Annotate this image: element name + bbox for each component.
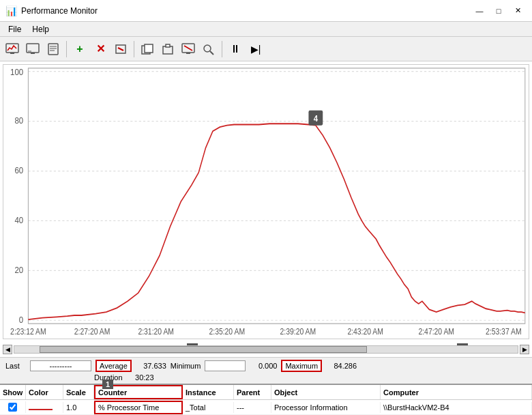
- svg-line-10: [118, 48, 123, 51]
- scrollbar-thumb[interactable]: [40, 346, 367, 353]
- delete-counter-btn[interactable]: ✕: [91, 40, 110, 59]
- average-label-highlight: Average: [95, 360, 132, 372]
- row-checkbox[interactable]: [8, 403, 17, 412]
- svg-text:2:47:20 AM: 2:47:20 AM: [418, 327, 454, 336]
- monitor-icon: [5, 43, 19, 55]
- col-header-object: Object: [271, 385, 381, 399]
- svg-text:60: 60: [14, 165, 23, 175]
- maximize-button[interactable]: □: [490, 4, 507, 18]
- average-value: 37.633: [136, 362, 166, 370]
- clear-display-btn[interactable]: [179, 40, 198, 59]
- row-object: Processor Information: [271, 402, 381, 413]
- counter-badge: 1: [102, 380, 113, 389]
- row-counter: % Processor Time: [94, 401, 183, 414]
- svg-text:2:23:12 AM: 2:23:12 AM: [10, 327, 46, 336]
- sep2: [134, 41, 134, 57]
- report-icon: [46, 43, 60, 55]
- svg-rect-5: [48, 44, 58, 55]
- copy-icon: [141, 43, 154, 55]
- col-header-scale: Scale: [63, 385, 94, 399]
- svg-text:2:31:20 AM: 2:31:20 AM: [138, 327, 174, 336]
- data-table: Show Color Scale Counter 1 Instance Pare…: [0, 384, 532, 415]
- svg-text:2:35:20 AM: 2:35:20 AM: [209, 327, 245, 336]
- pause-btn[interactable]: ⏸: [226, 40, 245, 59]
- svg-text:4: 4: [314, 113, 318, 124]
- svg-text:40: 40: [14, 215, 23, 225]
- row-parent: ---: [234, 402, 271, 413]
- monitor-icon-btn[interactable]: [3, 40, 22, 59]
- svg-rect-14: [166, 44, 170, 47]
- table-header: Show Color Scale Counter 1 Instance Pare…: [0, 385, 532, 400]
- last-label: Last: [5, 362, 26, 370]
- paste-icon: [161, 43, 175, 55]
- table-row[interactable]: 1.0 % Processor Time _Total --- Processo…: [0, 400, 532, 415]
- app-icon: 📊: [5, 5, 17, 16]
- menu-help[interactable]: Help: [27, 23, 55, 35]
- minimize-button[interactable]: —: [471, 4, 488, 18]
- col-header-instance: Instance: [183, 385, 234, 399]
- freeze-display-btn[interactable]: [23, 40, 42, 59]
- svg-text:2:27:20 AM: 2:27:20 AM: [74, 327, 110, 336]
- highlight-counter-btn[interactable]: [111, 40, 130, 59]
- menu-bar: File Help: [0, 22, 532, 37]
- svg-rect-4: [31, 53, 35, 54]
- row-computer: \\BurstHackVM2-B4: [381, 402, 532, 413]
- close-button[interactable]: ✕: [509, 4, 527, 18]
- svg-point-18: [204, 45, 211, 52]
- color-indicator: [29, 409, 53, 410]
- minimum-input[interactable]: [205, 360, 246, 371]
- svg-text:0: 0: [19, 315, 23, 325]
- last-input[interactable]: [30, 360, 91, 371]
- stats-bar: Last Average 37.633 Minimum 0.000 Maximu…: [0, 357, 532, 384]
- sep1: [66, 41, 67, 57]
- sep3: [222, 41, 222, 57]
- minimum-label: Minimum: [171, 362, 201, 370]
- svg-rect-20: [3, 65, 529, 339]
- maximum-value: 84.286: [326, 362, 357, 370]
- app-title: Performance Monitor: [21, 6, 98, 16]
- col-header-show: Show: [0, 385, 26, 399]
- scrollbar-track[interactable]: [14, 345, 518, 354]
- svg-text:2:43:20 AM: 2:43:20 AM: [347, 327, 383, 336]
- row-instance: _Total: [183, 402, 234, 413]
- scroll-right-btn[interactable]: ▶: [520, 345, 529, 354]
- zoom-btn[interactable]: [199, 40, 218, 59]
- col-header-counter: Counter 1: [94, 385, 183, 399]
- clear-icon: [181, 43, 195, 55]
- maximum-label-highlight: Maximum: [281, 360, 322, 372]
- col-header-computer: Computer: [381, 385, 532, 399]
- zoom-icon: [202, 43, 216, 55]
- window-controls: — □ ✕: [471, 4, 527, 18]
- freeze-icon: [26, 43, 40, 55]
- row-scale: 1.0: [63, 402, 94, 413]
- svg-text:100: 100: [10, 67, 23, 77]
- add-counter-btn[interactable]: +: [70, 40, 89, 59]
- svg-line-19: [210, 51, 213, 55]
- svg-rect-17: [186, 53, 190, 54]
- svg-text:20: 20: [14, 265, 23, 275]
- performance-chart: 100 80 60 40 20 0 4 2:23:12 AM 2:27:20 A…: [3, 65, 529, 339]
- minimum-value: 0.000: [250, 362, 277, 370]
- col-header-parent: Parent: [234, 385, 271, 399]
- svg-line-16: [184, 46, 192, 51]
- row-show[interactable]: [0, 401, 26, 413]
- chart-area: 100 80 60 40 20 0 4 2:23:12 AM 2:27:20 A…: [3, 64, 529, 339]
- title-bar: 📊 Performance Monitor — □ ✕: [0, 0, 532, 22]
- menu-file[interactable]: File: [3, 23, 27, 35]
- svg-text:2:53:37 AM: 2:53:37 AM: [486, 327, 522, 336]
- svg-rect-1: [10, 53, 14, 54]
- col-header-color: Color: [26, 385, 63, 399]
- report-view-btn[interactable]: [44, 40, 63, 59]
- duration-value: 30:23: [127, 373, 154, 382]
- main-content: 100 80 60 40 20 0 4 2:23:12 AM 2:27:20 A…: [0, 61, 532, 415]
- svg-rect-12: [145, 44, 153, 53]
- svg-text:2:39:20 AM: 2:39:20 AM: [280, 327, 316, 336]
- toolbar: + ✕ ⏸ ▶|: [0, 37, 532, 61]
- forward-btn[interactable]: ▶|: [246, 40, 265, 59]
- scroll-left-btn[interactable]: ◀: [3, 345, 12, 354]
- paste-image-btn[interactable]: [158, 40, 177, 59]
- row-color: [26, 402, 63, 413]
- copy-image-btn[interactable]: [138, 40, 157, 59]
- highlight-icon: [114, 43, 128, 55]
- svg-text:80: 80: [14, 115, 23, 126]
